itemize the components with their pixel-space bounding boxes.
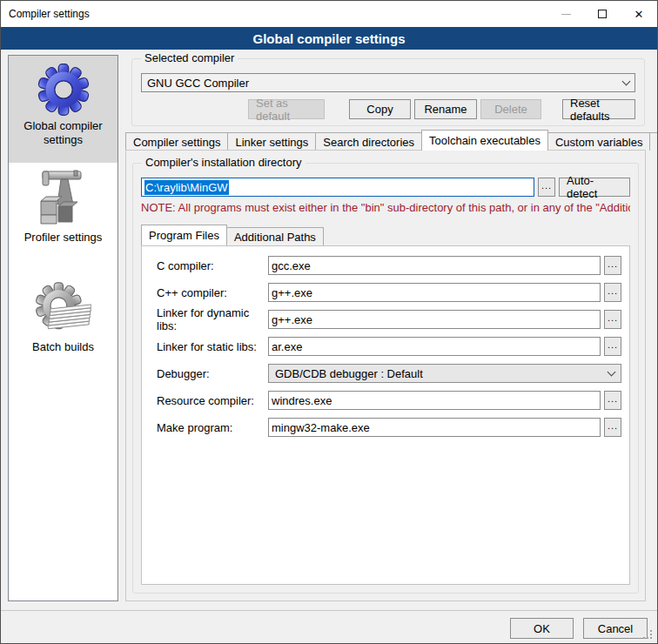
sidebar-item-batch-builds[interactable]: Batch builds	[9, 272, 118, 359]
selected-text: C:\raylib\MinGW	[144, 180, 229, 195]
dynamic-linker-row: Linker for dynamic libs: g++.exe ...	[157, 310, 621, 329]
c-compiler-input[interactable]: gcc.exe	[268, 256, 601, 275]
reset-defaults-button[interactable]: Reset defaults	[562, 99, 635, 119]
field-label: C compiler:	[157, 259, 268, 272]
copy-button[interactable]: Copy	[349, 99, 411, 119]
cpp-compiler-input[interactable]: g++.exe	[268, 283, 601, 302]
make-program-row: Make program: mingw32-make.exe ...	[157, 418, 621, 437]
compiler-select[interactable]: GNU GCC Compiler	[141, 73, 635, 92]
field-label: C++ compiler:	[157, 286, 268, 299]
field-label: Resource compiler:	[157, 394, 268, 407]
cpp-compiler-row: C++ compiler: g++.exe ...	[157, 283, 621, 302]
ellipsis-icon: ...	[608, 285, 618, 296]
tab-additional-paths[interactable]: Additional Paths	[226, 227, 324, 245]
chevron-down-icon	[622, 77, 631, 85]
maximize-button[interactable]	[584, 1, 621, 27]
make-program-browse-button[interactable]: ...	[604, 418, 621, 437]
debugger-row: Debugger: GDB/CDB debugger : Default	[157, 364, 621, 383]
note-text: NOTE: All programs must exist either in …	[141, 201, 630, 214]
field-label: Linker for dynamic libs:	[157, 306, 268, 332]
ellipsis-icon: ...	[608, 312, 618, 323]
field-label: Make program:	[157, 421, 268, 434]
compiler-settings-dialog: Compiler settings ✕ Global compiler sett…	[0, 0, 658, 644]
batch-builds-icon	[36, 279, 91, 339]
resource-compiler-input[interactable]: windres.exe	[268, 391, 601, 410]
compiler-actions: Set as default Copy Rename Delete Reset …	[141, 99, 635, 119]
tab-build-options[interactable]: Build	[649, 132, 658, 151]
caliper-icon	[36, 170, 91, 229]
field-label: Linker for static libs:	[157, 340, 268, 353]
ellipsis-icon: ...	[608, 420, 618, 431]
maximize-icon	[598, 10, 607, 18]
sidebar-item-label: Batch builds	[29, 339, 97, 359]
make-program-input[interactable]: mingw32-make.exe	[268, 418, 601, 437]
window-title: Compiler settings	[9, 8, 90, 20]
selected-compiler-group: Selected compiler GNU GCC Compiler Set a…	[131, 58, 645, 126]
group-label: Selected compiler	[141, 51, 238, 64]
installation-directory-group: Compiler's installation directory C:\ray…	[132, 163, 639, 594]
static-linker-row: Linker for static libs: ar.exe ...	[157, 337, 621, 356]
installation-directory-row: C:\raylib\MinGW ... Auto-detect	[141, 178, 630, 197]
tab-custom-variables[interactable]: Custom variables	[547, 132, 650, 151]
sidebar-item-label: Global compiler settings	[20, 117, 105, 152]
tab-compiler-settings[interactable]: Compiler settings	[125, 132, 228, 151]
resource-compiler-browse-button[interactable]: ...	[604, 391, 621, 410]
titlebar: Compiler settings ✕	[1, 1, 657, 27]
dynamic-linker-input[interactable]: g++.exe	[268, 310, 601, 329]
sidebar-item-profiler-settings[interactable]: Profiler settings	[9, 163, 118, 250]
minimize-icon	[561, 14, 571, 15]
dynamic-linker-browse-button[interactable]: ...	[604, 310, 621, 329]
sidebar-item-global-compiler-settings[interactable]: Global compiler settings	[9, 56, 118, 163]
debugger-select[interactable]: GDB/CDB debugger : Default	[268, 364, 621, 383]
program-files-tabstrip: Program Files Additional Paths	[141, 225, 630, 245]
close-button[interactable]: ✕	[621, 1, 657, 27]
cpp-compiler-browse-button[interactable]: ...	[604, 283, 621, 302]
ellipsis-icon: ...	[608, 258, 618, 269]
sidebar: Global compiler settings	[8, 55, 118, 601]
auto-detect-button[interactable]: Auto-detect	[559, 178, 630, 197]
tab-search-directories[interactable]: Search directories	[315, 132, 422, 151]
static-linker-browse-button[interactable]: ...	[604, 337, 621, 356]
settings-tabstrip: Compiler settings Linker settings Search…	[125, 130, 646, 151]
tab-linker-settings[interactable]: Linker settings	[227, 132, 316, 151]
ellipsis-icon: ...	[608, 339, 618, 350]
ok-button[interactable]: OK	[510, 618, 574, 639]
resize-grip[interactable]	[643, 630, 645, 632]
rename-button[interactable]: Rename	[414, 99, 477, 119]
field-label: Debugger:	[157, 367, 268, 380]
resource-compiler-row: Resource compiler: windres.exe ...	[157, 391, 621, 410]
installation-directory-input[interactable]: C:\raylib\MinGW	[141, 178, 534, 197]
delete-button: Delete	[480, 99, 541, 119]
toolchain-executables-page: Compiler's installation directory C:\ray…	[125, 150, 646, 601]
cancel-button[interactable]: Cancel	[583, 618, 648, 639]
minimize-button	[547, 1, 584, 27]
sidebar-item-label: Profiler settings	[21, 229, 106, 250]
ellipsis-icon: ...	[608, 393, 618, 404]
debugger-select-value: GDB/CDB debugger : Default	[275, 367, 423, 380]
tab-toolchain-executables[interactable]: Toolchain executables	[421, 130, 548, 151]
ellipsis-icon: ...	[541, 180, 552, 191]
close-icon: ✕	[634, 8, 644, 21]
c-compiler-row: C compiler: gcc.exe ...	[157, 256, 621, 275]
gear-icon	[36, 62, 91, 117]
footer-separator	[1, 610, 657, 611]
chevron-down-icon	[608, 367, 616, 376]
window-controls: ✕	[547, 1, 657, 27]
static-linker-input[interactable]: ar.exe	[268, 337, 601, 356]
page-title: Global compiler settings	[1, 27, 657, 50]
directory-browse-button[interactable]: ...	[538, 178, 555, 197]
group-label: Compiler's installation directory	[142, 156, 306, 169]
program-files-panel: C compiler: gcc.exe ... C++ compiler: g+…	[141, 245, 630, 585]
set-as-default-button: Set as default	[248, 99, 325, 119]
c-compiler-browse-button[interactable]: ...	[604, 256, 621, 275]
compiler-select-value: GNU GCC Compiler	[147, 77, 249, 90]
tab-program-files[interactable]: Program Files	[141, 225, 227, 245]
